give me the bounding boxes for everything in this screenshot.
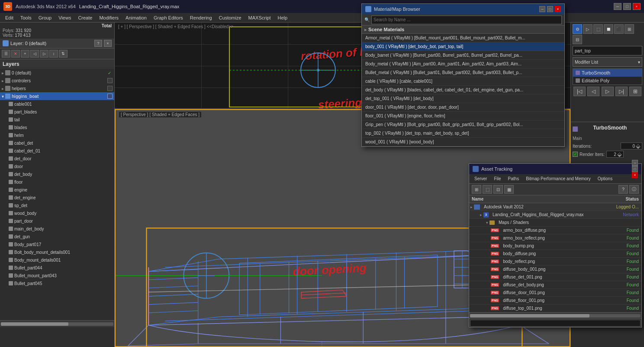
at-hscroll-track[interactable]: [470, 314, 641, 318]
at-hscroll-thumb[interactable]: [470, 314, 589, 318]
iterations-value[interactable]: 0 ⬙: [621, 143, 642, 149]
mat-item-wood001[interactable]: wood_001 ( VRayMtl ) [wood_body]: [362, 138, 564, 146]
modifier-icon-btn-6[interactable]: ⊞: [625, 24, 634, 34]
at-menu-file[interactable]: File: [490, 175, 504, 182]
layer-item-controlers[interactable]: ▸ controlers: [0, 77, 114, 84]
layer-item-bolt-body[interactable]: Bolt_body_mount_details001: [0, 248, 114, 256]
layer-item-helpers[interactable]: ▸ helpers: [0, 84, 114, 92]
mat-item-dettop001[interactable]: det_top_001 ( VRayMtl ) [det_body]: [362, 94, 564, 103]
layer-item-bullet-mount043[interactable]: Bullet_mount_part043: [0, 272, 114, 279]
horizontal-scrollbar[interactable]: [0, 320, 114, 327]
layer-item-cable001[interactable]: cable001: [0, 100, 114, 108]
at-maximize-btn[interactable]: □: [632, 166, 638, 172]
at-tool-4[interactable]: ▦: [504, 185, 514, 194]
hscroll-thumb[interactable]: [1, 322, 68, 326]
layer-tool-move3[interactable]: ↕: [49, 50, 58, 58]
layer-item-higgins-boat[interactable]: ▾ higgins_boat: [0, 92, 114, 100]
mat-browser-maximize[interactable]: □: [547, 6, 553, 12]
at-minimize-btn[interactable]: ─: [632, 160, 638, 166]
at-item-diffuse-body001[interactable]: PNG diffuse_body_001.png Found: [469, 266, 641, 273]
nav-right-btn[interactable]: ▷: [602, 87, 614, 96]
layer-item-helm[interactable]: helm: [0, 131, 114, 139]
at-tool-3[interactable]: ⊡: [493, 185, 503, 194]
at-item-maps-folder[interactable]: ▾ Maps / Shaders: [469, 219, 641, 227]
menu-create[interactable]: Create: [74, 14, 96, 21]
menu-modifiers[interactable]: Modifiers: [96, 14, 122, 21]
layer-close-button[interactable]: ×: [104, 40, 112, 47]
layer-item-wood-body[interactable]: wood_body: [0, 209, 114, 217]
layer-tool-add[interactable]: +: [21, 50, 29, 58]
layer-item-det-engine[interactable]: det_engine: [0, 194, 114, 201]
mat-item-bodymetal[interactable]: Body_metal ( VRayMtl ) [Aim_part00, Aim_…: [362, 60, 564, 68]
modifier-icon-btn-7[interactable]: ⊟: [573, 35, 582, 44]
at-horizontal-scrollbar[interactable]: [469, 312, 641, 318]
at-tool-1[interactable]: ⊞: [472, 185, 481, 194]
modifier-name-input[interactable]: [573, 46, 642, 55]
mat-item-detbody[interactable]: det_body ( VRayMtl ) [blades, cabel_det,…: [362, 86, 564, 94]
mat-item-bulletmetal[interactable]: Bullet_metal ( VRayMtl ) [Bullet_part01,…: [362, 68, 564, 77]
at-item-diffuse-door001[interactable]: PNG diffuse_door_001.png Found: [469, 289, 641, 297]
at-menu-server[interactable]: Server: [471, 175, 490, 182]
at-item-maxfile[interactable]: ▸ 3 Landing_Craft_Higgins_Boat_Rigged_vr…: [469, 211, 641, 219]
menu-tools[interactable]: Tools: [17, 14, 35, 21]
at-item-body-reflect[interactable]: PNG body_reflect.png Found: [469, 258, 641, 266]
menu-animation[interactable]: Animation: [122, 14, 150, 21]
layer-item-door[interactable]: door: [0, 162, 114, 170]
at-item-diffuse-det-body[interactable]: PNG diffuse_det_body.png Found: [469, 281, 641, 289]
layer-item-floor[interactable]: floor: [0, 178, 114, 186]
at-item-armo-diffuse[interactable]: PNG armo_box_diffuse.png Found: [469, 227, 641, 234]
layer-item-bullet-part045[interactable]: Bullet_part045: [0, 279, 114, 287]
menu-group[interactable]: Group: [35, 14, 55, 21]
at-item-diffuse-floor001[interactable]: PNG diffuse_floor_001.png Found: [469, 297, 641, 305]
layer-item-0default[interactable]: ▸ 0 (default) ✓: [0, 69, 114, 77]
layer-item-main-det-body[interactable]: main_det_body: [0, 225, 114, 233]
layer-item-bullet-part044[interactable]: Bullet_part044: [0, 264, 114, 272]
mat-item-body001[interactable]: body_001 ( VRayMtl ) [det_body_bot, part…: [362, 42, 564, 51]
at-tool-2[interactable]: ⬚: [483, 185, 492, 194]
mat-item-floor001[interactable]: floor_001 ( VRayMtl ) [engine, floor, he…: [362, 112, 564, 120]
layer-item-sp-det[interactable]: sp_det: [0, 201, 114, 209]
at-footer-input[interactable]: [470, 320, 641, 327]
layers-list[interactable]: ▸ 0 (default) ✓ ▸ controlers ▸ helpers: [0, 69, 114, 320]
layer-tool-move1[interactable]: ◁: [30, 50, 39, 58]
modifier-item-editablepoly[interactable]: Editable Poly: [573, 77, 642, 84]
layer-item-det-gun[interactable]: det_gun: [0, 233, 114, 240]
menu-graph-editors[interactable]: Graph Editors: [150, 14, 187, 21]
render-iters-checkbox[interactable]: ✓: [573, 152, 578, 157]
layer-item-body-part017[interactable]: Body_part017: [0, 240, 114, 248]
maximize-button[interactable]: □: [623, 3, 631, 10]
close-button[interactable]: ×: [633, 3, 641, 10]
layer-item-cabel-det[interactable]: cabel_det: [0, 139, 114, 147]
modifier-item-turbosmooth[interactable]: TurboSmooth: [573, 69, 642, 77]
modifier-list-dropdown[interactable]: Modifier List ▾: [573, 57, 642, 67]
layer-item-part-door[interactable]: part_door: [0, 217, 114, 225]
material-search-input[interactable]: [371, 16, 562, 24]
layer-item-det-body[interactable]: det_body: [0, 170, 114, 178]
layer-item-tail[interactable]: tail: [0, 116, 114, 123]
menu-rendering[interactable]: Rendering: [187, 14, 216, 21]
mat-browser-close[interactable]: ×: [555, 6, 561, 12]
at-item-armo-reflect[interactable]: PNG armo_box_reflect.png Found: [469, 234, 641, 242]
mat-item-cable[interactable]: cable ( VRayMtl ) [cable, cable001]: [362, 77, 564, 86]
at-item-body-diffuse[interactable]: PNG body_diffuse.png Found: [469, 250, 641, 258]
layer-help-button[interactable]: ?: [94, 40, 102, 47]
mat-browser-minimize[interactable]: ─: [539, 6, 545, 12]
menu-help[interactable]: Help: [274, 14, 291, 21]
minimize-button[interactable]: ─: [614, 3, 621, 10]
layer-tool-move4[interactable]: ⇅: [59, 50, 68, 58]
mat-item-door001[interactable]: door_001 ( VRayMtl ) [det_door, door, pa…: [362, 103, 564, 112]
nav-extra-btn[interactable]: ⊞: [629, 87, 641, 96]
at-item-diffuse-top001[interactable]: PNG diffuse_top_001.png Found: [469, 305, 641, 312]
layer-item-blades[interactable]: blades: [0, 123, 114, 131]
menu-maxscript[interactable]: MAXScript: [245, 14, 274, 21]
nav-prev-btn[interactable]: |◁: [573, 87, 586, 96]
modifier-icon-btn-4[interactable]: 🔲: [604, 24, 613, 34]
menu-customize[interactable]: Customize: [216, 14, 245, 21]
at-item-diffuse-det001[interactable]: PNG diffuse_det_001.png Found: [469, 273, 641, 281]
modifier-icon-btn-1[interactable]: ⚙: [573, 24, 582, 34]
layer-item-part-blades[interactable]: part_blades: [0, 108, 114, 116]
menu-views[interactable]: Views: [55, 14, 74, 21]
at-close-btn[interactable]: ×: [632, 172, 638, 178]
layer-item-det-door[interactable]: det_door: [0, 155, 114, 162]
menu-edit[interactable]: Edit: [2, 14, 17, 21]
